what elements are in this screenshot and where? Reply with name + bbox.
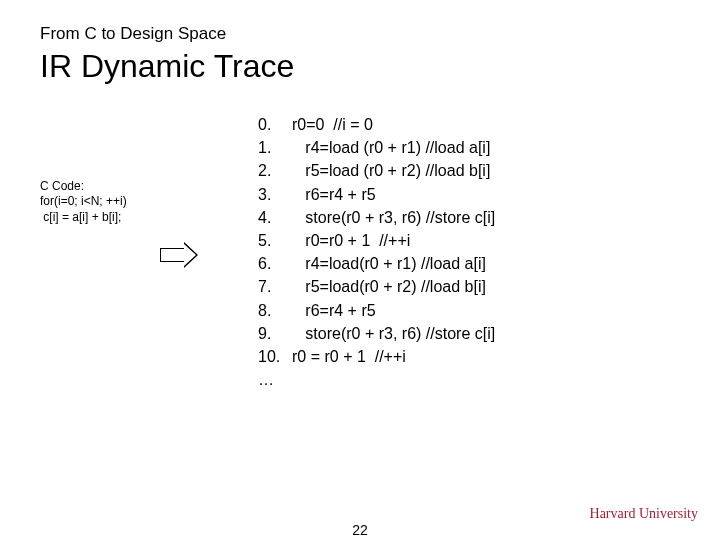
c-code-label: C Code: [40, 179, 200, 193]
slide-pretitle: From C to Design Space [40, 24, 680, 44]
trace-line: 3. r6=r4 + r5 [258, 183, 495, 206]
trace-line: 0.r0=0 //i = 0 [258, 113, 495, 136]
c-code-line: for(i=0; i<N; ++i) [40, 194, 200, 210]
trace-line: 8. r6=r4 + r5 [258, 299, 495, 322]
slide: From C to Design Space IR Dynamic Trace … [0, 0, 720, 540]
trace-line: 9. store(r0 + r3, r6) //store c[i] [258, 322, 495, 345]
trace-line: 1. r4=load (r0 + r1) //load a[i] [258, 136, 495, 159]
slide-title: IR Dynamic Trace [40, 48, 680, 85]
page-number: 22 [0, 522, 720, 538]
trace-ellipsis: … [258, 368, 495, 391]
org-label: Harvard University [590, 506, 698, 522]
trace-line: 6. r4=load(r0 + r1) //load a[i] [258, 252, 495, 275]
trace-line: 10.r0 = r0 + 1 //++i [258, 345, 495, 368]
trace-line: 7. r5=load(r0 + r2) //load b[i] [258, 275, 495, 298]
trace-line: 2. r5=load (r0 + r2) //load b[i] [258, 159, 495, 182]
trace-line: 5. r0=r0 + 1 //++i [258, 229, 495, 252]
trace-line: 4. store(r0 + r3, r6) //store c[i] [258, 206, 495, 229]
trace-list: 0.r0=0 //i = 0 1. r4=load (r0 + r1) //lo… [258, 113, 495, 391]
c-code-line: c[i] = a[i] + b[i]; [40, 210, 200, 226]
c-code-block: C Code: for(i=0; i<N; ++i) c[i] = a[i] +… [40, 113, 200, 225]
slide-content: C Code: for(i=0; i<N; ++i) c[i] = a[i] +… [40, 113, 680, 391]
